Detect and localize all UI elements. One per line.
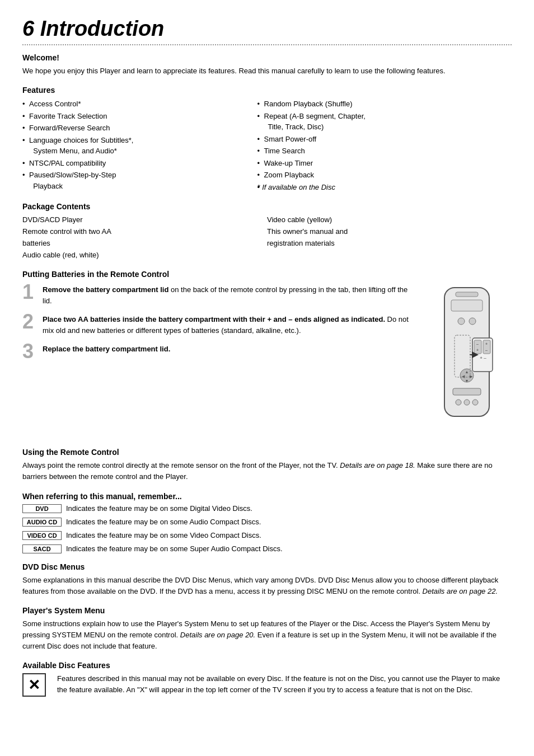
svg-text:▼: ▼ [465,379,469,383]
svg-point-22 [472,400,478,405]
using-remote-section: Using the Remote Control Always point th… [22,448,512,482]
x-box-icon: ✕ [22,673,46,697]
svg-rect-1 [456,292,478,297]
using-remote-heading: Using the Remote Control [22,448,512,457]
available-disc-heading: Available Disc Features [22,661,512,670]
badge-row-video: VIDEO CD Indicates the feature may be on… [22,531,512,540]
list-item: Paused/Slow/Step-by-Step Playback [22,169,257,192]
list-item: Smart Power-off [257,133,512,145]
package-left-text: DVD/SACD PlayerRemote control with two A… [22,214,267,261]
features-right-list: Random Playback (Shuffle) Repeat (A-B se… [257,98,512,193]
welcome-text: We hope you enjoy this Player and learn … [22,65,512,77]
package-section: Package Contents DVD/SACD PlayerRemote c… [22,202,512,261]
dvd-disc-menus-section: DVD Disc Menus Some explanations in this… [22,562,512,597]
list-item: * If available on the Disc [257,181,512,194]
list-item: Wake-up Timer [257,157,512,170]
package-col-right: Video cable (yellow)This owner's manual … [267,214,512,261]
step-1-number: 1 [22,282,38,302]
step-3-text: Replace the battery compartment lid. [43,341,170,355]
step-2: 2 Place two AA batteries inside the batt… [22,312,416,336]
battery-steps: 1 Remove the battery compartment lid on … [22,282,416,439]
svg-rect-2 [451,300,483,311]
remote-control-svg: – + + – + – ▲ [428,282,506,439]
player-system-menu-heading: Player's System Menu [22,606,512,615]
sacd-badge-text: Indicates the feature may be on some Sup… [66,544,283,553]
list-item: Forward/Reverse Search [22,122,257,134]
list-item: Time Search [257,145,512,157]
step-3-number: 3 [22,341,38,361]
package-right-text: Video cable (yellow)This owner's manual … [267,214,512,249]
badge-row-dvd: DVD Indicates the feature may be on some… [22,504,512,513]
when-referring-heading: When referring to this manual, remember.… [22,492,512,501]
battery-layout: 1 Remove the battery compartment lid on … [22,282,512,439]
player-system-menu-text: Some instructions explain how to use the… [22,618,512,652]
svg-point-13 [469,318,476,325]
video-cd-badge-text: Indicates the feature may be on some Vid… [66,531,261,539]
step-2-text: Place two AA batteries inside the batter… [43,312,416,336]
audio-cd-badge: AUDIO CD [22,518,62,527]
welcome-heading: Welcome! [22,53,512,62]
step-1-text: Remove the battery compartment lid on th… [43,282,416,306]
list-item: Random Playback (Shuffle) [257,98,512,110]
page-title: 6 Introduction [22,17,512,41]
dvd-badge: DVD [22,504,62,513]
features-columns: Access Control* Favorite Track Selection… [22,98,512,193]
package-heading: Package Contents [22,202,512,211]
features-left-list: Access Control* Favorite Track Selection… [22,98,257,192]
dvd-disc-menus-heading: DVD Disc Menus [22,562,512,571]
step-1: 1 Remove the battery compartment lid on … [22,282,416,306]
svg-point-21 [464,400,470,405]
section-divider [22,44,512,45]
available-disc-section: Available Disc Features ✕ Features descr… [22,661,512,699]
svg-text:–: – [476,342,479,346]
audio-cd-badge-text: Indicates the feature may be on some Aud… [66,518,261,526]
available-disc-text: Features described in this manual may no… [57,673,512,696]
batteries-heading: Putting Batteries in the Remote Control [22,270,512,279]
svg-point-12 [458,318,465,325]
features-col-left: Access Control* Favorite Track Selection… [22,98,257,193]
dvd-badge-text: Indicates the feature may be on some Dig… [66,504,252,513]
package-columns: DVD/SACD PlayerRemote control with two A… [22,214,512,261]
svg-text:–: – [485,348,488,352]
player-system-menu-section: Player's System Menu Some instructions e… [22,606,512,652]
svg-point-20 [456,400,461,405]
list-item: Language choices for Subtitles*, System … [22,134,257,157]
features-heading: Features [22,86,512,95]
remote-control-image: – + + – + – ▲ [422,282,512,439]
sacd-badge: SACD [22,544,62,553]
available-disc-content: ✕ Features described in this manual may … [22,673,512,699]
features-col-right: Random Playback (Shuffle) Repeat (A-B se… [257,98,512,193]
badge-row-sacd: SACD Indicates the feature may be on som… [22,544,512,553]
list-item: Access Control* [22,98,257,110]
features-section: Features Access Control* Favorite Track … [22,86,512,193]
svg-text:+: + [485,342,488,346]
list-item: Favorite Track Selection [22,110,257,123]
step-3: 3 Replace the battery compartment lid. [22,341,416,361]
step-2-number: 2 [22,312,38,332]
list-item: Zoom Playback [257,169,512,181]
when-referring-section: When referring to this manual, remember.… [22,492,512,553]
dvd-disc-menus-text: Some explanations in this manual describ… [22,575,512,597]
using-remote-text: Always point the remote control directly… [22,460,512,482]
video-cd-badge: VIDEO CD [22,531,62,540]
batteries-section: Putting Batteries in the Remote Control … [22,270,512,439]
list-item: Repeat (A-B segment, Chapter, Title, Tra… [257,110,512,133]
svg-text:+  –: + – [480,355,486,360]
svg-text:▲: ▲ [465,370,469,374]
package-col-left: DVD/SACD PlayerRemote control with two A… [22,214,267,261]
svg-text:+: + [476,348,479,352]
welcome-section: Welcome! We hope you enjoy this Player a… [22,53,512,77]
list-item: NTSC/PAL compatibility [22,157,257,170]
svg-rect-19 [453,388,481,395]
badge-row-audio: AUDIO CD Indicates the feature may be on… [22,518,512,527]
